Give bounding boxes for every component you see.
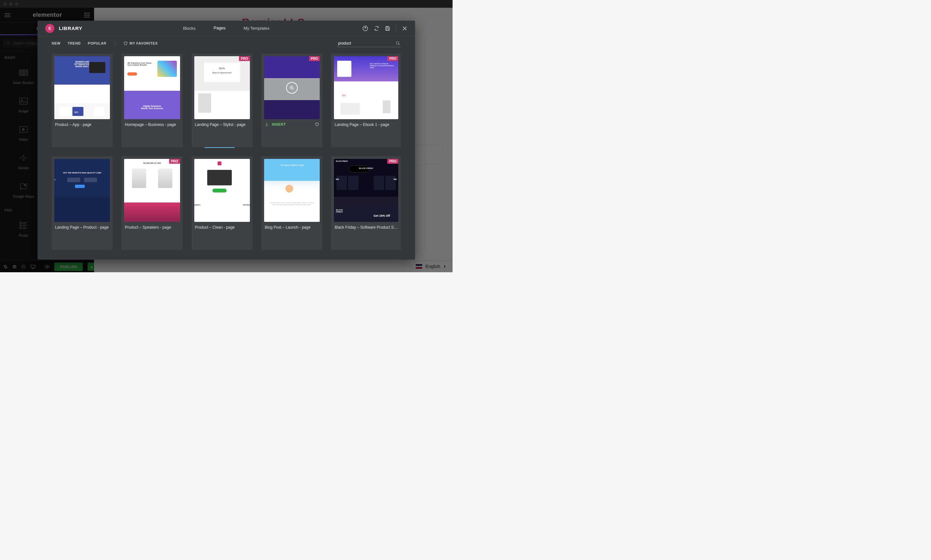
preview-overlay bbox=[264, 56, 320, 119]
templates-grid: WORKFLOWOPTIMIZATIONMADE EASY $19 $49 $9… bbox=[37, 51, 415, 260]
template-title: Landing Page – Stylist - page bbox=[194, 119, 250, 128]
template-title: Blog Post – Launch - page bbox=[264, 222, 320, 231]
template-thumbnail: GET THE WORLD'S HIGH-QUALITY LENS 18-135… bbox=[54, 159, 110, 222]
filter-favorites[interactable]: MY FAVORITES bbox=[124, 42, 158, 45]
template-card[interactable]: GET THE WORLD'S HIGH-QUALITY LENS 18-135… bbox=[52, 156, 113, 250]
template-thumbnail: WORKFLOWOPTIMIZATIONMADE EASY $19 $49 $9… bbox=[54, 56, 110, 119]
pro-badge: PRO bbox=[387, 56, 398, 61]
close-icon[interactable] bbox=[402, 26, 407, 31]
pro-badge: PRO bbox=[309, 56, 320, 61]
template-title: Product – Clean - page bbox=[194, 222, 250, 231]
download-icon bbox=[265, 122, 269, 126]
heart-icon bbox=[124, 42, 128, 45]
template-thumbnail: We Transform Your Vision into Creative R… bbox=[124, 56, 180, 119]
template-card[interactable]: PRO How I went from unknown freelancer t… bbox=[331, 54, 401, 147]
template-card[interactable]: WORKFLOWOPTIMIZATIONMADE EASY $19 $49 $9… bbox=[52, 54, 113, 147]
template-thumbnail: BLACK FRIDAY BLACK FRIDAY 19$ 39$ 59$ 99… bbox=[334, 159, 398, 222]
elementor-logo-icon: E bbox=[45, 24, 54, 33]
import-icon[interactable] bbox=[362, 26, 368, 31]
template-thumbnail: The Story Behind Posts Lorem ipsum dolor… bbox=[264, 159, 320, 222]
pro-badge: PRO bbox=[239, 56, 250, 61]
search-input[interactable] bbox=[338, 41, 393, 46]
template-title: Product – Speakers - page bbox=[124, 222, 180, 231]
template-title: Landing Page – Ebook 1 - page bbox=[334, 119, 398, 128]
template-card[interactable]: Designers Developers Product – Clean - p… bbox=[192, 156, 252, 250]
sync-icon[interactable] bbox=[374, 26, 379, 31]
favorite-icon[interactable] bbox=[315, 122, 319, 126]
svg-point-31 bbox=[396, 42, 399, 44]
modal-header-actions bbox=[362, 25, 407, 32]
svg-rect-27 bbox=[387, 26, 388, 28]
filter-favorites-label: MY FAVORITES bbox=[130, 42, 158, 45]
template-card-hovered[interactable]: PRO INSERT bbox=[261, 54, 322, 147]
template-thumbnail: BLANCOPLAY SX5 bbox=[124, 159, 180, 222]
template-search[interactable] bbox=[338, 40, 401, 47]
template-thumbnail: How I went from unknown freelancer to su… bbox=[334, 56, 398, 119]
filter-popular[interactable]: POPULAR bbox=[88, 42, 107, 45]
divider bbox=[115, 41, 115, 46]
pro-badge: PRO bbox=[169, 159, 180, 164]
library-modal: E LIBRARY Blocks Pages My Templates NEW … bbox=[37, 21, 415, 260]
filter-new[interactable]: NEW bbox=[52, 42, 60, 45]
modal-title: LIBRARY bbox=[59, 26, 82, 31]
template-card[interactable]: We Transform Your Vision into Creative R… bbox=[122, 54, 182, 147]
template-card[interactable]: The Story Behind Posts Lorem ipsum dolor… bbox=[261, 156, 322, 250]
svg-rect-28 bbox=[387, 28, 389, 30]
pro-badge: PRO bbox=[387, 159, 398, 164]
divider bbox=[396, 25, 396, 32]
modal-header: E LIBRARY Blocks Pages My Templates bbox=[37, 21, 415, 36]
filter-trend[interactable]: TREND bbox=[68, 42, 80, 45]
insert-row: INSERT bbox=[264, 119, 320, 128]
template-title: Black Friday – Software Product S… bbox=[334, 222, 398, 231]
save-icon[interactable] bbox=[385, 26, 390, 31]
search-icon bbox=[396, 41, 400, 46]
template-card[interactable]: PRO Sjola Book An Appointment! Landing P… bbox=[192, 54, 252, 147]
magnify-icon bbox=[286, 82, 298, 94]
template-card[interactable]: PRO BLANCOPLAY SX5 Product – Speakers - … bbox=[122, 156, 182, 250]
template-title: Homepage – Business - page bbox=[124, 119, 180, 128]
svg-line-34 bbox=[293, 88, 294, 90]
template-thumbnail: Sjola Book An Appointment! bbox=[194, 56, 250, 119]
template-title: Landing Page – Product - page bbox=[54, 222, 110, 231]
insert-button[interactable]: INSERT bbox=[272, 122, 286, 126]
svg-line-32 bbox=[398, 44, 400, 45]
template-thumbnail: Designers Developers bbox=[194, 159, 250, 222]
template-title: Product – App - page bbox=[54, 119, 110, 128]
template-card[interactable]: PRO BLACK FRIDAY BLACK FRIDAY 19$ 39$ 59… bbox=[331, 156, 401, 250]
template-thumbnail bbox=[264, 56, 320, 119]
